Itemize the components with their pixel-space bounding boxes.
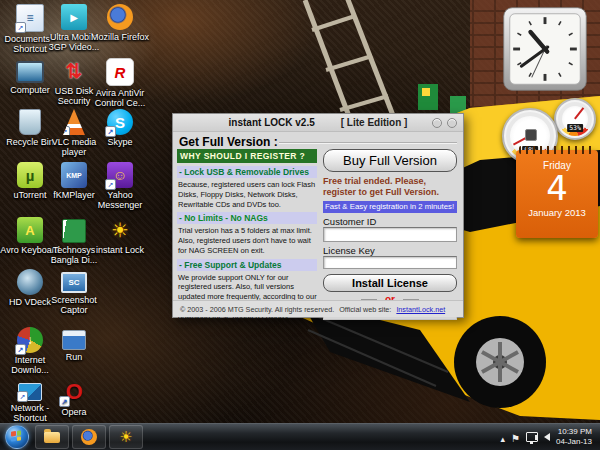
calendar-day: 4	[516, 171, 598, 207]
clock-gadget[interactable]	[502, 6, 588, 92]
dialog-titlebar[interactable]: instant LOCK v2.5 [ Lite Edition ]	[173, 114, 463, 132]
dialog-edition: [ Lite Edition ]	[341, 117, 408, 128]
register-info-column: WHY SHOULD I REGISTER ? - Lock USB & Rem…	[177, 149, 317, 322]
windows-flag-icon	[11, 430, 21, 441]
desktop-icon-label: Avira AntiVir Control Ce...	[90, 88, 150, 108]
opera-icon: O	[61, 379, 87, 405]
vlc-icon	[61, 109, 87, 135]
trial-ended-notice: Free trial ended. Please, register to ge…	[323, 176, 457, 198]
fast-registration-banner: Fast & Easy registration in 2 minutes!	[323, 201, 457, 213]
ultramobile-icon: ▶	[61, 4, 87, 30]
desktop-icon-label: Run	[44, 352, 104, 362]
instantlock-icon: ☀	[107, 217, 133, 243]
customer-id-label: Customer ID	[323, 216, 457, 227]
window-button-minimize[interactable]	[432, 118, 442, 128]
computer-icon	[16, 61, 44, 83]
desktop-icon-firefox[interactable]: Mozilla Firefox	[90, 4, 150, 42]
usbsecurity-icon: ⇅	[61, 58, 87, 84]
yahoo-icon: ☺	[107, 162, 133, 188]
ram-gauge: 53%	[554, 98, 596, 140]
section-body-no-limits: Trial version has a 5 folders at max lim…	[178, 226, 317, 255]
desktop-icon-instantlock[interactable]: ☀instant Lock	[90, 217, 150, 255]
firefox-icon	[107, 4, 133, 30]
header-divider	[279, 142, 457, 144]
desktop-icon-yahoo[interactable]: ☺Yahoo Messenger	[90, 162, 150, 210]
show-hidden-icons-button[interactable]	[500, 428, 505, 446]
system-tray: 10:39 PM 04-Jan-13	[500, 427, 600, 447]
sunburst-icon: ☀	[119, 428, 132, 446]
customer-id-input[interactable]	[323, 227, 457, 242]
taskbar-instantlock-button[interactable]: ☀	[109, 425, 143, 449]
technosys-icon	[62, 219, 86, 243]
ram-percent: 53%	[567, 124, 583, 132]
desktop-icon-label: Mozilla Firefox	[90, 32, 150, 42]
registration-column: Buy Full Version Free trial ended. Pleas…	[323, 149, 457, 320]
get-full-version-header: Get Full Version :	[179, 135, 278, 149]
utorrent-icon: µ	[17, 162, 43, 188]
volume-icon[interactable]	[544, 433, 550, 441]
desktop-icon-label: Yahoo Messenger	[90, 190, 150, 210]
section-heading-support: - Free Support & Updates	[177, 259, 317, 271]
license-key-label: License Key	[323, 245, 457, 256]
website-link[interactable]: InstantLock.net	[396, 305, 445, 314]
why-register-banner: WHY SHOULD I REGISTER ?	[177, 149, 317, 163]
dialog-title: instant LOCK v2.5	[229, 117, 315, 128]
network-icon	[18, 383, 42, 401]
taskbar: ☀ 10:39 PM 04-Jan-13	[0, 423, 600, 450]
dialog-footer: © 2003 - 2006 MTG Security. All rights r…	[173, 300, 463, 317]
skype-icon: S	[107, 109, 133, 135]
analog-clock	[502, 6, 588, 92]
start-button[interactable]	[5, 425, 29, 449]
idm-icon: ↓	[17, 327, 43, 353]
section-heading-lock-usb: - Lock USB & Removable Drives	[177, 166, 317, 178]
copyright-text: © 2003 - 2006 MTG Security. All rights r…	[180, 305, 334, 314]
firefox-icon	[81, 429, 97, 445]
cpu-chip-icon	[525, 129, 537, 141]
window-button-close[interactable]	[447, 118, 457, 128]
run-icon	[62, 330, 86, 350]
desktop-icon-avira[interactable]: RAvira AntiVir Control Ce...	[90, 58, 150, 108]
calendar-gadget[interactable]: Friday 4 January 2013	[516, 150, 598, 238]
tray-time: 10:39 PM	[556, 427, 592, 437]
desktop-icon-screenshot[interactable]: SCScreenshot Captor	[44, 269, 104, 315]
desktop-icon-label: instant Lock	[90, 245, 150, 255]
desktop-icon-label: Opera	[44, 407, 104, 417]
buy-full-version-button[interactable]: Buy Full Version	[323, 149, 457, 172]
desktop-icon-label: Screenshot Captor	[44, 295, 104, 315]
hdvdeck-icon	[17, 269, 43, 295]
section-heading-no-limits: - No Limits - No NAGs	[177, 212, 317, 224]
avro-icon: A	[17, 217, 43, 243]
folder-icon	[44, 432, 60, 443]
recyclebin-icon	[19, 109, 41, 135]
calendar-month-year: January 2013	[516, 207, 598, 218]
license-key-input[interactable]	[323, 256, 457, 269]
desktop-icon-skype[interactable]: SSkype	[90, 109, 150, 147]
taskbar-firefox-button[interactable]	[72, 425, 106, 449]
desktop-icon-run[interactable]: Run	[44, 327, 104, 362]
screenshot-icon: SC	[61, 272, 87, 293]
section-body-lock-usb: Because, registered users can lock Flash…	[178, 180, 317, 209]
tray-clock[interactable]: 10:39 PM 04-Jan-13	[556, 427, 592, 447]
instant-lock-dialog: instant LOCK v2.5 [ Lite Edition ] Get F…	[172, 113, 464, 318]
tray-date: 04-Jan-13	[556, 437, 592, 447]
taskbar-explorer-button[interactable]	[35, 425, 69, 449]
avira-icon: R	[106, 58, 134, 86]
kmplayer-icon: KMP	[61, 162, 87, 188]
install-license-button[interactable]: Install License	[323, 274, 457, 292]
action-center-icon[interactable]	[511, 428, 520, 446]
website-label: Official web site:	[339, 305, 391, 314]
documents-icon: ≡	[16, 4, 44, 32]
ram-needle	[574, 108, 584, 121]
desktop-icon-opera[interactable]: OOpera	[44, 379, 104, 417]
desktop-icon-label: Skype	[90, 137, 150, 147]
